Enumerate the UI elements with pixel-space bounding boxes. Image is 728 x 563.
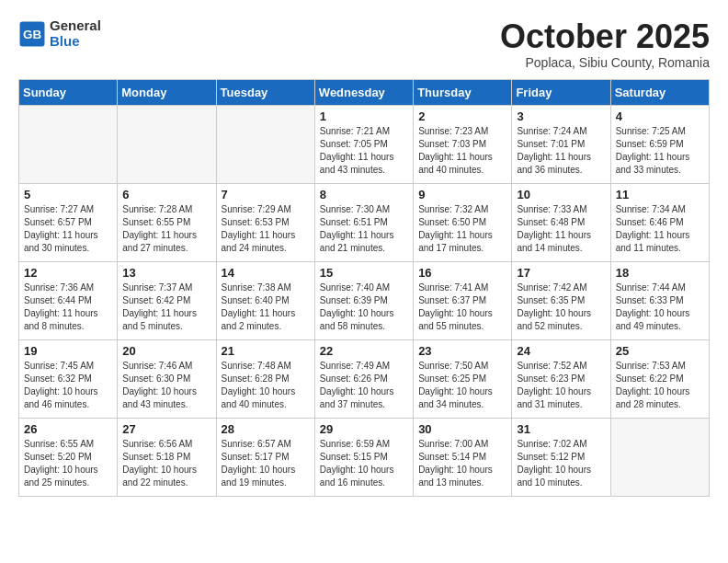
day-number: 14 bbox=[222, 266, 310, 280]
day-info: Sunrise: 7:49 AM Sunset: 6:26 PM Dayligh… bbox=[320, 360, 408, 411]
calendar-cell: 8Sunrise: 7:30 AM Sunset: 6:51 PM Daylig… bbox=[314, 183, 413, 261]
day-number: 10 bbox=[517, 188, 605, 201]
weekday-header-sunday: Sunday bbox=[19, 79, 118, 105]
day-number: 17 bbox=[517, 266, 605, 280]
calendar-cell: 29Sunrise: 6:59 AM Sunset: 5:15 PM Dayli… bbox=[314, 418, 413, 496]
day-number: 25 bbox=[616, 344, 704, 358]
calendar-cell: 27Sunrise: 6:56 AM Sunset: 5:18 PM Dayli… bbox=[118, 418, 216, 496]
day-number: 8 bbox=[320, 188, 408, 201]
day-number: 2 bbox=[418, 109, 506, 123]
calendar-cell: 12Sunrise: 7:36 AM Sunset: 6:44 PM Dayli… bbox=[19, 261, 118, 339]
day-info: Sunrise: 7:24 AM Sunset: 7:01 PM Dayligh… bbox=[517, 125, 605, 177]
month-title: October 2025 bbox=[500, 18, 710, 55]
calendar-cell bbox=[216, 105, 314, 183]
day-info: Sunrise: 7:28 AM Sunset: 6:55 PM Dayligh… bbox=[122, 203, 210, 255]
day-info: Sunrise: 7:41 AM Sunset: 6:37 PM Dayligh… bbox=[418, 282, 506, 333]
day-info: Sunrise: 7:25 AM Sunset: 6:59 PM Dayligh… bbox=[616, 125, 704, 177]
day-info: Sunrise: 7:38 AM Sunset: 6:40 PM Dayligh… bbox=[222, 282, 310, 333]
calendar-cell: 20Sunrise: 7:46 AM Sunset: 6:30 PM Dayli… bbox=[118, 339, 216, 418]
calendar-cell: 15Sunrise: 7:40 AM Sunset: 6:39 PM Dayli… bbox=[314, 261, 413, 339]
day-info: Sunrise: 7:53 AM Sunset: 6:22 PM Dayligh… bbox=[616, 360, 704, 411]
day-info: Sunrise: 7:02 AM Sunset: 5:12 PM Dayligh… bbox=[517, 438, 605, 489]
day-number: 21 bbox=[222, 344, 310, 358]
logo-general-text: General bbox=[50, 18, 101, 34]
calendar-cell: 23Sunrise: 7:50 AM Sunset: 6:25 PM Dayli… bbox=[414, 339, 512, 418]
calendar-cell: 21Sunrise: 7:48 AM Sunset: 6:28 PM Dayli… bbox=[216, 339, 314, 418]
day-number: 24 bbox=[517, 344, 605, 358]
day-number: 4 bbox=[616, 109, 704, 123]
calendar-week-row: 1Sunrise: 7:21 AM Sunset: 7:05 PM Daylig… bbox=[19, 105, 710, 183]
svg-text:GB: GB bbox=[23, 27, 42, 40]
day-number: 31 bbox=[517, 422, 605, 436]
day-info: Sunrise: 7:50 AM Sunset: 6:25 PM Dayligh… bbox=[418, 360, 506, 411]
day-info: Sunrise: 7:32 AM Sunset: 6:50 PM Dayligh… bbox=[418, 203, 506, 255]
weekday-header-wednesday: Wednesday bbox=[314, 79, 413, 105]
calendar-cell: 2Sunrise: 7:23 AM Sunset: 7:03 PM Daylig… bbox=[414, 105, 512, 183]
title-block: October 2025 Poplaca, Sibiu County, Roma… bbox=[500, 18, 710, 70]
day-info: Sunrise: 7:42 AM Sunset: 6:35 PM Dayligh… bbox=[517, 282, 605, 333]
calendar-cell: 4Sunrise: 7:25 AM Sunset: 6:59 PM Daylig… bbox=[610, 105, 709, 183]
day-info: Sunrise: 7:21 AM Sunset: 7:05 PM Dayligh… bbox=[320, 125, 408, 177]
day-number: 7 bbox=[222, 188, 310, 201]
day-info: Sunrise: 7:23 AM Sunset: 7:03 PM Dayligh… bbox=[418, 125, 506, 177]
calendar-cell: 19Sunrise: 7:45 AM Sunset: 6:32 PM Dayli… bbox=[19, 339, 118, 418]
calendar-cell: 7Sunrise: 7:29 AM Sunset: 6:53 PM Daylig… bbox=[216, 183, 314, 261]
location-subtitle: Poplaca, Sibiu County, Romania bbox=[500, 55, 710, 70]
logo: GB General Blue bbox=[18, 18, 101, 49]
weekday-header-monday: Monday bbox=[118, 79, 216, 105]
day-info: Sunrise: 7:34 AM Sunset: 6:46 PM Dayligh… bbox=[616, 203, 704, 255]
weekday-header-tuesday: Tuesday bbox=[216, 79, 314, 105]
weekday-header-row: SundayMondayTuesdayWednesdayThursdayFrid… bbox=[19, 79, 710, 105]
logo-icon: GB bbox=[18, 20, 46, 48]
day-info: Sunrise: 6:56 AM Sunset: 5:18 PM Dayligh… bbox=[122, 438, 210, 489]
calendar-cell: 3Sunrise: 7:24 AM Sunset: 7:01 PM Daylig… bbox=[512, 105, 610, 183]
weekday-header-thursday: Thursday bbox=[414, 79, 512, 105]
weekday-header-saturday: Saturday bbox=[610, 79, 709, 105]
calendar-cell: 22Sunrise: 7:49 AM Sunset: 6:26 PM Dayli… bbox=[314, 339, 413, 418]
calendar-cell: 24Sunrise: 7:52 AM Sunset: 6:23 PM Dayli… bbox=[512, 339, 610, 418]
calendar-week-row: 5Sunrise: 7:27 AM Sunset: 6:57 PM Daylig… bbox=[19, 183, 710, 261]
day-info: Sunrise: 6:57 AM Sunset: 5:17 PM Dayligh… bbox=[222, 438, 310, 489]
calendar-week-row: 26Sunrise: 6:55 AM Sunset: 5:20 PM Dayli… bbox=[19, 418, 710, 496]
day-number: 9 bbox=[418, 188, 506, 201]
calendar-cell: 26Sunrise: 6:55 AM Sunset: 5:20 PM Dayli… bbox=[19, 418, 118, 496]
day-info: Sunrise: 6:55 AM Sunset: 5:20 PM Dayligh… bbox=[24, 438, 112, 489]
day-info: Sunrise: 7:29 AM Sunset: 6:53 PM Dayligh… bbox=[222, 203, 310, 255]
page-header: GB General Blue October 2025 Poplaca, Si… bbox=[18, 18, 710, 70]
calendar-cell: 6Sunrise: 7:28 AM Sunset: 6:55 PM Daylig… bbox=[118, 183, 216, 261]
day-number: 23 bbox=[418, 344, 506, 358]
calendar-cell: 1Sunrise: 7:21 AM Sunset: 7:05 PM Daylig… bbox=[314, 105, 413, 183]
day-info: Sunrise: 7:45 AM Sunset: 6:32 PM Dayligh… bbox=[24, 360, 112, 411]
day-number: 12 bbox=[24, 266, 112, 280]
calendar-cell: 5Sunrise: 7:27 AM Sunset: 6:57 PM Daylig… bbox=[19, 183, 118, 261]
day-info: Sunrise: 7:48 AM Sunset: 6:28 PM Dayligh… bbox=[222, 360, 310, 411]
calendar-week-row: 19Sunrise: 7:45 AM Sunset: 6:32 PM Dayli… bbox=[19, 339, 710, 418]
day-number: 27 bbox=[122, 422, 210, 436]
day-number: 29 bbox=[320, 422, 408, 436]
day-number: 19 bbox=[24, 344, 112, 358]
day-info: Sunrise: 6:59 AM Sunset: 5:15 PM Dayligh… bbox=[320, 438, 408, 489]
day-info: Sunrise: 7:40 AM Sunset: 6:39 PM Dayligh… bbox=[320, 282, 408, 333]
day-info: Sunrise: 7:00 AM Sunset: 5:14 PM Dayligh… bbox=[418, 438, 506, 489]
day-info: Sunrise: 7:33 AM Sunset: 6:48 PM Dayligh… bbox=[517, 203, 605, 255]
day-info: Sunrise: 7:36 AM Sunset: 6:44 PM Dayligh… bbox=[24, 282, 112, 333]
day-number: 28 bbox=[222, 422, 310, 436]
calendar-cell: 30Sunrise: 7:00 AM Sunset: 5:14 PM Dayli… bbox=[414, 418, 512, 496]
day-number: 6 bbox=[122, 188, 210, 201]
day-number: 20 bbox=[122, 344, 210, 358]
calendar-week-row: 12Sunrise: 7:36 AM Sunset: 6:44 PM Dayli… bbox=[19, 261, 710, 339]
day-number: 26 bbox=[24, 422, 112, 436]
weekday-header-friday: Friday bbox=[512, 79, 610, 105]
day-info: Sunrise: 7:37 AM Sunset: 6:42 PM Dayligh… bbox=[122, 282, 210, 333]
day-number: 18 bbox=[616, 266, 704, 280]
calendar-cell: 10Sunrise: 7:33 AM Sunset: 6:48 PM Dayli… bbox=[512, 183, 610, 261]
day-info: Sunrise: 7:44 AM Sunset: 6:33 PM Dayligh… bbox=[616, 282, 704, 333]
calendar-table: SundayMondayTuesdayWednesdayThursdayFrid… bbox=[18, 79, 710, 497]
day-number: 13 bbox=[122, 266, 210, 280]
calendar-cell: 16Sunrise: 7:41 AM Sunset: 6:37 PM Dayli… bbox=[414, 261, 512, 339]
logo-blue-text: Blue bbox=[50, 34, 101, 50]
calendar-cell: 11Sunrise: 7:34 AM Sunset: 6:46 PM Dayli… bbox=[610, 183, 709, 261]
day-number: 5 bbox=[24, 188, 112, 201]
calendar-cell: 13Sunrise: 7:37 AM Sunset: 6:42 PM Dayli… bbox=[118, 261, 216, 339]
day-info: Sunrise: 7:30 AM Sunset: 6:51 PM Dayligh… bbox=[320, 203, 408, 255]
